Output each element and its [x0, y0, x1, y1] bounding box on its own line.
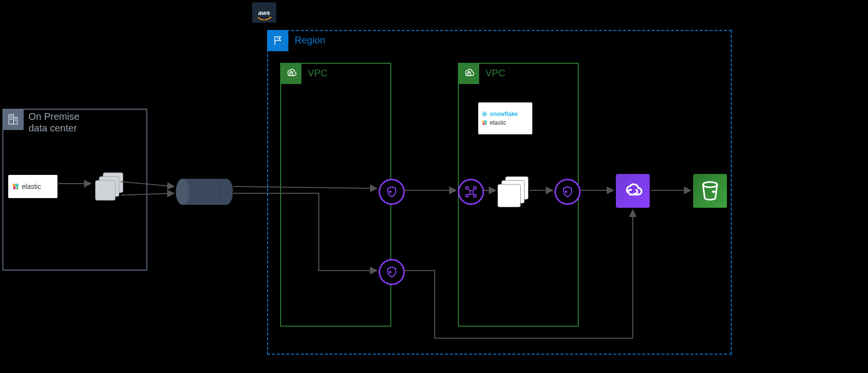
svg-point-13: [219, 179, 233, 205]
vpc-icon: [458, 63, 479, 84]
elastic-onprem-text: elastic: [22, 183, 41, 190]
svg-point-9: [13, 186, 16, 189]
vpc1-label: VPC: [308, 68, 327, 79]
svg-rect-30: [474, 187, 476, 189]
vpc-icon: [280, 63, 301, 84]
on-premise-container: On Premise data center elastic: [2, 109, 147, 271]
on-premise-label: On Premise data center: [28, 111, 80, 134]
compute-stack: [498, 176, 528, 207]
region-flag-icon: [267, 30, 288, 51]
svg-point-16: [277, 38, 278, 39]
svg-rect-28: [470, 191, 473, 194]
elastic-icon: [11, 182, 20, 191]
svg-point-14: [176, 179, 189, 205]
svg-rect-18: [290, 73, 293, 75]
architecture-diagram: aws On Premise data center elastic: [0, 0, 868, 373]
aws-cloud-badge: aws: [252, 2, 276, 23]
datacenter-icon: [2, 109, 24, 130]
svg-point-24: [482, 120, 484, 123]
svg-point-37: [703, 182, 717, 187]
svg-point-26: [483, 123, 485, 125]
privatelink-icon: [616, 174, 650, 208]
vpc-endpoint-bottom-icon: [379, 259, 405, 285]
svg-point-10: [16, 187, 19, 190]
transit-gateway-icon: [458, 179, 484, 205]
vpc-endpoint-top-icon: [379, 179, 405, 205]
elastic-vpc-text: elastic: [490, 119, 506, 126]
vpc1-container: VPC: [280, 63, 391, 327]
svg-line-34: [473, 189, 474, 191]
snowflake-text: snowflake: [490, 111, 518, 117]
svg-rect-32: [474, 195, 476, 197]
vpc-endpoint-right-icon: [555, 179, 581, 205]
svg-line-33: [468, 189, 470, 191]
s3-bucket-icon: [693, 174, 727, 208]
onprem-server-stack: [95, 172, 124, 201]
vpc2-label: VPC: [485, 68, 505, 79]
elastic-icon: [481, 119, 488, 126]
region-label: Region: [295, 35, 325, 46]
vpc2-services-card: snowflake elastic: [478, 102, 532, 134]
svg-rect-19: [468, 73, 471, 75]
snowflake-icon: [481, 111, 488, 117]
svg-point-27: [485, 123, 487, 125]
svg-point-8: [15, 184, 19, 187]
svg-rect-31: [466, 195, 469, 197]
svg-line-35: [468, 194, 470, 195]
aws-logo-text: aws: [258, 9, 270, 16]
svg-line-36: [473, 194, 474, 195]
elastic-onprem-card: elastic: [8, 175, 57, 198]
aws-smile-icon: [257, 16, 271, 21]
svg-point-17: [278, 38, 279, 39]
svg-rect-29: [466, 187, 469, 189]
svg-point-25: [484, 120, 487, 123]
svg-point-38: [712, 190, 715, 193]
svg-point-7: [13, 184, 15, 186]
direct-connect-icon: [175, 176, 233, 209]
